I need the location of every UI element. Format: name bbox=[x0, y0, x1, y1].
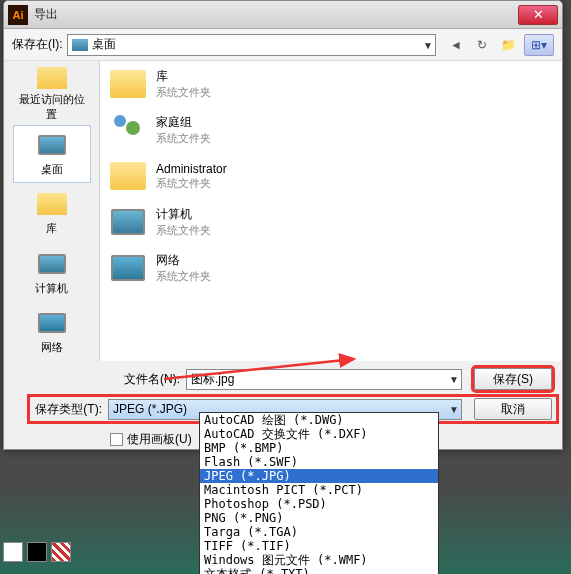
dropdown-option[interactable]: Targa (*.TGA) bbox=[200, 525, 438, 539]
filename-label: 文件名(N): bbox=[108, 371, 186, 388]
chevron-down-icon: ▼ bbox=[449, 374, 459, 385]
file-list: 库系统文件夹 家庭组系统文件夹 Administrator系统文件夹 计算机系统… bbox=[99, 61, 562, 361]
item-title: 库 bbox=[156, 68, 211, 85]
dropdown-option[interactable]: TIFF (*.TIF) bbox=[200, 539, 438, 553]
list-item[interactable]: 计算机系统文件夹 bbox=[100, 199, 562, 245]
dropdown-option[interactable]: BMP (*.BMP) bbox=[200, 441, 438, 455]
item-sub: 系统文件夹 bbox=[156, 131, 211, 146]
swatches-panel bbox=[3, 542, 71, 562]
use-artboard-checkbox[interactable] bbox=[110, 433, 123, 446]
places-panel: 最近访问的位置 桌面 库 计算机 网络 bbox=[4, 61, 99, 361]
place-label: 最近访问的位置 bbox=[14, 92, 90, 122]
item-title: 网络 bbox=[156, 252, 211, 269]
new-folder-icon[interactable]: 📁 bbox=[498, 35, 518, 55]
swatch-none[interactable] bbox=[51, 542, 71, 562]
titlebar: Ai 导出 ✕ bbox=[4, 1, 562, 29]
list-item[interactable]: 网络系统文件夹 bbox=[100, 245, 562, 291]
dropdown-option[interactable]: PNG (*.PNG) bbox=[200, 511, 438, 525]
item-sub: 系统文件夹 bbox=[156, 85, 211, 100]
save-in-label: 保存在(I): bbox=[12, 36, 63, 53]
place-label: 库 bbox=[46, 221, 57, 236]
filetype-value: JPEG (*.JPG) bbox=[113, 402, 187, 416]
chevron-down-icon: ▼ bbox=[423, 39, 433, 50]
close-button[interactable]: ✕ bbox=[518, 5, 558, 25]
window-title: 导出 bbox=[34, 6, 518, 23]
list-item[interactable]: 家庭组系统文件夹 bbox=[100, 107, 562, 153]
cancel-button[interactable]: 取消 bbox=[474, 398, 552, 420]
desktop-icon bbox=[72, 39, 88, 51]
place-label: 计算机 bbox=[35, 281, 68, 296]
dropdown-option[interactable]: Flash (*.SWF) bbox=[200, 455, 438, 469]
item-title: Administrator bbox=[156, 162, 227, 176]
item-sub: 系统文件夹 bbox=[156, 223, 211, 238]
place-network[interactable]: 网络 bbox=[13, 304, 91, 362]
dropdown-option[interactable]: Macintosh PICT (*.PCT) bbox=[200, 483, 438, 497]
filename-value: 图标.jpg bbox=[191, 371, 234, 388]
place-computer[interactable]: 计算机 bbox=[13, 244, 91, 302]
place-label: 网络 bbox=[41, 340, 63, 355]
location-dropdown[interactable]: 桌面 ▼ bbox=[67, 34, 436, 56]
dropdown-option[interactable]: Windows 图元文件 (*.WMF) bbox=[200, 553, 438, 567]
location-value: 桌面 bbox=[92, 36, 116, 53]
item-sub: 系统文件夹 bbox=[156, 269, 211, 284]
place-libraries[interactable]: 库 bbox=[13, 185, 91, 243]
dropdown-option[interactable]: Photoshop (*.PSD) bbox=[200, 497, 438, 511]
filetype-label: 保存类型(T): bbox=[30, 401, 108, 418]
dropdown-option[interactable]: 文本格式 (*.TXT) bbox=[200, 567, 438, 574]
views-button[interactable]: ⊞▾ bbox=[524, 34, 554, 56]
list-item[interactable]: 库系统文件夹 bbox=[100, 61, 562, 107]
export-dialog: Ai 导出 ✕ 保存在(I): 桌面 ▼ ◄ ↻ 📁 ⊞▾ 最近访问的位置 桌面 bbox=[3, 0, 563, 450]
chevron-down-icon: ▼ bbox=[449, 404, 459, 415]
dropdown-option-selected[interactable]: JPEG (*.JPG) bbox=[200, 469, 438, 483]
homegroup-icon bbox=[110, 115, 146, 145]
up-icon[interactable]: ↻ bbox=[472, 35, 492, 55]
save-button[interactable]: 保存(S) bbox=[474, 368, 552, 390]
swatch-white[interactable] bbox=[3, 542, 23, 562]
place-label: 桌面 bbox=[41, 162, 63, 177]
place-recent[interactable]: 最近访问的位置 bbox=[13, 65, 91, 123]
dropdown-option[interactable]: AutoCAD 交换文件 (*.DXF) bbox=[200, 427, 438, 441]
item-sub: 系统文件夹 bbox=[156, 176, 227, 191]
list-item[interactable]: Administrator系统文件夹 bbox=[100, 153, 562, 199]
item-title: 计算机 bbox=[156, 206, 211, 223]
app-icon: Ai bbox=[8, 5, 28, 25]
use-artboard-label: 使用画板(U) bbox=[127, 431, 192, 448]
filename-input[interactable]: 图标.jpg ▼ bbox=[186, 369, 462, 390]
place-desktop[interactable]: 桌面 bbox=[13, 125, 91, 183]
toolbar: 保存在(I): 桌面 ▼ ◄ ↻ 📁 ⊞▾ bbox=[4, 29, 562, 61]
swatch-black[interactable] bbox=[27, 542, 47, 562]
filetype-dropdown-list[interactable]: AutoCAD 绘图 (*.DWG) AutoCAD 交换文件 (*.DXF) … bbox=[199, 412, 439, 574]
dropdown-option[interactable]: AutoCAD 绘图 (*.DWG) bbox=[200, 413, 438, 427]
item-title: 家庭组 bbox=[156, 114, 211, 131]
back-icon[interactable]: ◄ bbox=[446, 35, 466, 55]
